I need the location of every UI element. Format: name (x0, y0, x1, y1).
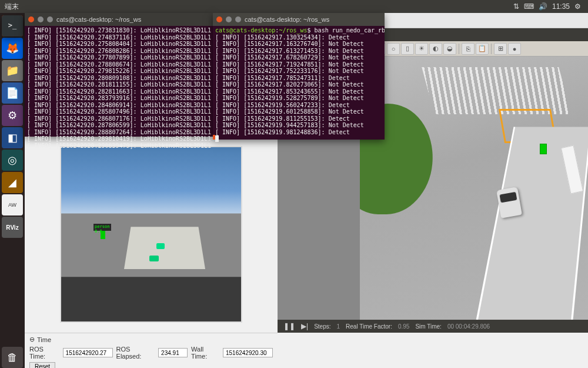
trash-icon[interactable]: 🗑 (2, 347, 23, 368)
app-icon-2[interactable]: ◎ (2, 150, 23, 171)
terminal-2[interactable]: cats@cats-desktop: ~/ros_ws cats@cats-de… (213, 13, 385, 140)
time-panel-header[interactable]: ⊖ Time (29, 336, 273, 343)
sim-pedestrian-marker (540, 144, 547, 154)
paste-icon[interactable]: 📋 (476, 43, 489, 55)
top-menubar: 端末 ⇅ ⌨ 🔊 11:35 ⚙ (0, 0, 588, 13)
minimize-icon[interactable] (38, 16, 44, 22)
spotlight-icon[interactable]: ◐ (429, 43, 442, 55)
pause-button[interactable]: ❚❚ (283, 322, 295, 330)
ros-time-label: ROS Time: (29, 346, 59, 360)
wall-time-label: Wall Time: (191, 346, 219, 360)
rviz-icon[interactable]: RViz (2, 217, 23, 238)
window-highlight (213, 135, 215, 140)
lane-marker-2 (149, 256, 159, 261)
firefox-icon[interactable]: 🦊 (2, 38, 23, 59)
app-icon-1[interactable]: ◧ (2, 127, 23, 148)
steps-label: Steps: (314, 323, 330, 330)
sim-crosswalk (422, 67, 572, 114)
camera-view[interactable]: person 0.0 (60, 146, 242, 323)
sound-icon[interactable]: 🔊 (539, 2, 547, 11)
simtime-label: Sim Time: (415, 323, 441, 330)
terminal-1-body[interactable]: [ INFO] [1516242920.273831830]: LoHiblki… (25, 26, 213, 150)
dirlight-icon[interactable]: ◒ (443, 43, 456, 55)
gear-icon[interactable]: ⚙ (574, 2, 581, 11)
detection-bbox (101, 231, 105, 239)
document-icon[interactable]: 📄 (2, 82, 23, 104)
maximize-icon[interactable] (235, 16, 241, 22)
gazebo-statusbar: ❚❚ ▶| Steps: 1 Real Time Factor: 0.95 Si… (278, 320, 588, 333)
network-icon[interactable]: ⇅ (513, 2, 519, 11)
autoware-icon[interactable]: AW (2, 194, 23, 216)
cylinder-icon[interactable]: ▯ (401, 43, 414, 55)
terminal-2-titlebar[interactable]: cats@cats-desktop: ~/ros_ws (213, 13, 385, 26)
step-button[interactable]: ▶| (301, 322, 308, 330)
sim-ego-vehicle (496, 187, 522, 218)
files-icon[interactable]: 📁 (2, 60, 23, 81)
terminal-2-body[interactable]: cats@cats-desktop:~/ros_ws$ bash run_ned… (213, 26, 385, 145)
steps-value: 1 (336, 323, 340, 330)
lang-icon[interactable]: ⌨ (524, 2, 534, 11)
record-icon[interactable]: ● (508, 43, 521, 55)
ros-elapsed-field[interactable] (158, 348, 188, 357)
copy-icon[interactable]: ⎘ (462, 43, 475, 55)
rviz-time-panel: ⊖ Time ROS Time: ROS Elapsed: Wall Time:… (25, 333, 278, 368)
close-icon[interactable] (216, 16, 222, 22)
expand-icon[interactable]: ⊖ (29, 336, 35, 343)
terminal-1[interactable]: cats@cats-desktop: ~/ros_ws [ INFO] [151… (25, 13, 213, 137)
terminal-2-title: cats@cats-desktop: ~/ros_ws (245, 16, 329, 24)
wall-time-field[interactable] (223, 348, 273, 357)
rtf-value: 0.95 (398, 323, 409, 330)
ros-time-field[interactable] (63, 348, 113, 357)
minimize-icon[interactable] (226, 16, 232, 22)
detection-label: person 0.0 (93, 224, 111, 231)
time-panel-title: Time (37, 336, 51, 343)
active-app-title: 端末 (5, 2, 19, 12)
terminal-1-title: cats@cats-desktop: ~/ros_ws (56, 16, 141, 24)
unity-launcher: ◉ 🦊 📁 📄 ⚙ >_ ◧ ◎ ◢ AW RViz 🗑 (0, 13, 25, 368)
close-icon[interactable] (28, 16, 34, 22)
ros-elapsed-label: ROS Elapsed: (116, 346, 155, 360)
reset-button[interactable]: Reset (29, 362, 55, 368)
sphere-icon[interactable]: ○ (387, 43, 400, 55)
terminal-icon[interactable]: >_ (2, 15, 23, 37)
app-icon-3[interactable]: ◢ (2, 172, 23, 193)
simtime-value: 00 00:04:29.806 (447, 323, 490, 330)
snap-icon[interactable]: ⊞ (494, 43, 507, 55)
lane-marker-1 (156, 243, 165, 249)
light-icon[interactable]: ☀ (415, 43, 428, 55)
rtf-label: Real Time Factor: (346, 323, 392, 330)
maximize-icon[interactable] (47, 16, 53, 22)
terminal-1-titlebar[interactable]: cats@cats-desktop: ~/ros_ws (25, 13, 213, 26)
gazebo-3d-view[interactable] (360, 57, 588, 320)
clock[interactable]: 11:35 (552, 2, 570, 11)
settings-icon[interactable]: ⚙ (2, 105, 23, 126)
